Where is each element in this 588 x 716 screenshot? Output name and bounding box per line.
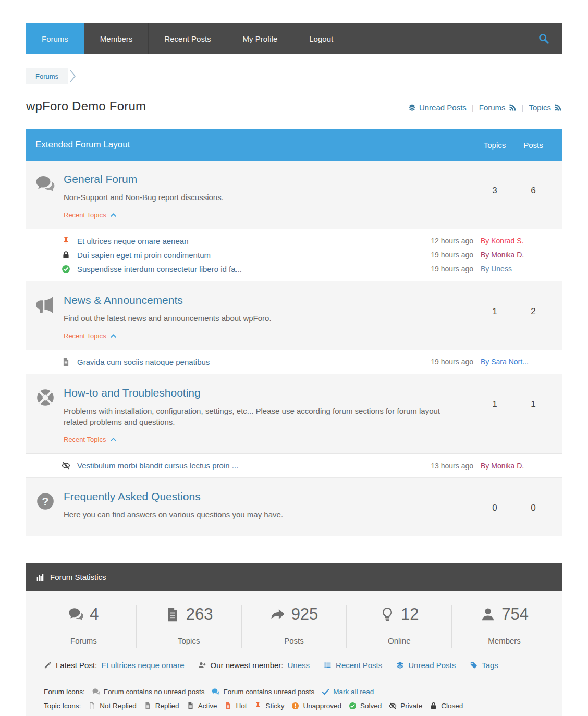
nav-tab-my-profile-label: My Profile — [243, 34, 278, 43]
stat-posts: 925 Posts — [242, 605, 347, 648]
forum-description: Find out the latest news and announcemen… — [64, 313, 465, 324]
topic-author-link[interactable]: By Konrad S. — [481, 237, 562, 245]
newest-member-link[interactable]: Uness — [288, 661, 310, 670]
forums-rss-link[interactable]: Forums — [479, 103, 517, 112]
topic-author-link[interactable]: By Sara Nort... — [481, 357, 562, 366]
doc-gray-icon — [144, 702, 152, 710]
topic-author-link[interactable]: By Monika D. — [481, 462, 562, 470]
legend-unread-label: Forum contains unread posts — [223, 688, 314, 696]
nav-tab-recent-posts[interactable]: Recent Posts — [148, 23, 226, 54]
caret-up-icon — [110, 212, 117, 218]
latest-post-link[interactable]: Et ultrices neque ornare — [101, 661, 184, 670]
column-header-topics: Topics — [475, 141, 514, 150]
recent-topics-label: Recent Topics — [64, 332, 106, 340]
legend-private: Private — [389, 702, 422, 710]
stat-members-value: 754 — [501, 605, 529, 624]
recent-topics-list: Gravida cum sociis natoque penatibus 19 … — [26, 350, 562, 374]
topic-title-link[interactable]: Suspendisse interdum consectetur libero … — [77, 265, 411, 274]
topics-count: 0 — [475, 503, 514, 513]
legend-hot-label: Hot — [236, 702, 247, 710]
page: Forums Members Recent Posts My Profile L… — [26, 23, 562, 716]
nav-tab-members-label: Members — [100, 34, 133, 43]
topic-icons-label: Topic Icons: — [44, 702, 81, 710]
recent-topics-toggle[interactable]: Recent Topics — [64, 436, 117, 443]
tags-link[interactable]: Tags — [470, 661, 498, 670]
forum-counts: 3 6 — [475, 173, 553, 219]
forum-icons-legend: Forum Icons: Forum contains no unread po… — [44, 685, 544, 699]
nav-tab-my-profile[interactable]: My Profile — [227, 23, 293, 54]
forum-icon-box — [35, 294, 64, 340]
forum-title-link[interactable]: Frequently Asked Questions — [64, 490, 201, 503]
forum-title-link[interactable]: General Forum — [64, 173, 137, 186]
legend-not-replied-label: Not Replied — [100, 702, 137, 710]
forum-title-link[interactable]: How-to and Troubleshooting — [64, 387, 201, 399]
forum-title-link[interactable]: News & Announcements — [64, 294, 183, 306]
nav-tab-forums[interactable]: Forums — [26, 23, 84, 54]
legend-unapproved-label: Unapproved — [303, 702, 341, 710]
topic-title-link[interactable]: Gravida cum sociis natoque penatibus — [77, 357, 411, 366]
forum-row-howto: How-to and Troubleshooting Problems with… — [26, 374, 562, 454]
unread-posts-link[interactable]: Unread Posts — [408, 103, 467, 112]
forum-counts: 0 0 — [475, 490, 553, 521]
stat-forums: 4 Forums — [31, 605, 137, 648]
private-eye-slash-icon — [62, 461, 70, 470]
latest-post-label: Latest Post: — [56, 661, 97, 670]
board-header: Extended Forum Layout Topics Posts — [26, 129, 562, 161]
user-icon — [480, 607, 496, 622]
solved-check-icon — [62, 265, 70, 274]
legend-no-unread-label: Forum contains no unread posts — [104, 688, 205, 696]
layers-icon — [408, 104, 416, 112]
forum-description: Non-Support and Non-Bug report discussio… — [64, 192, 465, 203]
caret-up-icon — [110, 332, 117, 339]
caret-up-icon — [110, 436, 117, 443]
stat-forums-value: 4 — [90, 605, 99, 624]
topic-time: 13 hours ago — [411, 462, 473, 470]
breadcrumb-item-forums[interactable]: Forums — [26, 68, 68, 84]
nav-tab-members[interactable]: Members — [84, 23, 149, 54]
legend-sticky: Sticky — [254, 702, 284, 710]
legend-replied-label: Replied — [155, 702, 179, 710]
tag-icon — [470, 661, 477, 669]
chevron-right-icon — [69, 69, 77, 83]
dotted-rule — [467, 631, 542, 631]
legend-closed: Closed — [430, 702, 463, 710]
topics-count: 3 — [475, 186, 514, 196]
doc-outline-icon — [88, 702, 96, 710]
exclamation-circle-icon — [291, 702, 299, 710]
nav-spacer — [349, 23, 525, 54]
posts-count: 1 — [514, 399, 553, 410]
recent-topics-toggle[interactable]: Recent Topics — [64, 332, 117, 340]
legend-not-replied: Not Replied — [88, 702, 137, 710]
legend-sticky-label: Sticky — [265, 702, 284, 710]
legend-solved-label: Solved — [360, 702, 382, 710]
check-icon — [322, 688, 329, 696]
recent-posts-link[interactable]: Recent Posts — [324, 661, 382, 670]
search-icon — [538, 33, 549, 44]
closed-lock-icon — [430, 702, 437, 710]
unread-posts-link-bottom[interactable]: Unread Posts — [396, 661, 456, 670]
forum-statistics-panel: Forum Statistics 4 Forums 263 Topics 925… — [26, 563, 562, 716]
nav-tab-logout-label: Logout — [309, 34, 333, 43]
nav-tab-logout[interactable]: Logout — [293, 23, 349, 54]
topics-rss-link[interactable]: Topics — [529, 103, 562, 112]
comments-icon — [35, 174, 55, 194]
topic-author-link[interactable]: By Monika D. — [481, 251, 562, 259]
search-button[interactable] — [525, 23, 562, 54]
topic-time: 19 hours ago — [411, 265, 473, 273]
topic-row: Suspendisse interdum consectetur libero … — [26, 262, 562, 276]
newest-member-label: Our newest member: — [210, 661, 283, 670]
forum-description: Problems with installation, configuratio… — [64, 405, 449, 428]
mark-all-read-link[interactable]: Mark all read — [322, 688, 374, 696]
forum-main: General Forum Non-Support and Non-Bug re… — [64, 173, 475, 219]
topic-author-link[interactable]: By Uness — [481, 265, 562, 273]
recent-topics-toggle[interactable]: Recent Topics — [64, 211, 117, 219]
topic-title-link[interactable]: Et ultrices neque ornare aenean — [77, 237, 411, 245]
topic-title-link[interactable]: Vestibulum morbi blandit cursus lectus p… — [77, 461, 411, 470]
reply-arrow-icon — [270, 607, 286, 622]
statistics-header: Forum Statistics — [26, 563, 562, 591]
question-circle-icon — [35, 491, 55, 511]
tags-label: Tags — [482, 661, 498, 670]
forum-row-faq: Frequently Asked Questions Here you can … — [26, 477, 562, 536]
topic-title-link[interactable]: Dui sapien eget mi proin condimentum — [77, 251, 411, 260]
lifering-icon — [35, 388, 55, 408]
